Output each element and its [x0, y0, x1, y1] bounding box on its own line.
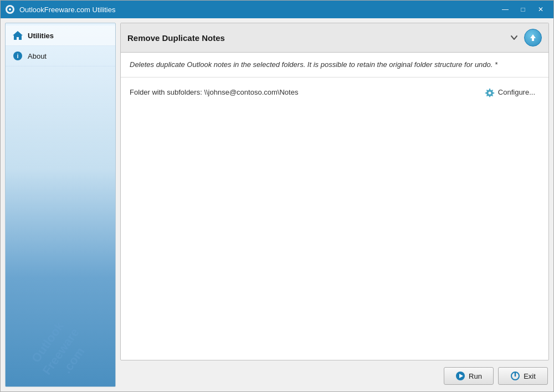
- dropdown-header: Remove Duplicate Notes: [121, 23, 548, 53]
- svg-point-8: [488, 91, 491, 94]
- configure-label: Configure...: [498, 88, 535, 96]
- svg-point-2: [9, 8, 11, 11]
- sidebar-item-utilities[interactable]: Utilities: [6, 25, 115, 46]
- main-area: Utilities i About OutlookFreeware.com: [1, 18, 553, 391]
- info-icon: i: [12, 50, 23, 61]
- main-window: OutlookFreeware.com Utilities — □ ✕ Util…: [0, 0, 554, 392]
- configure-icon: [485, 87, 495, 97]
- close-button[interactable]: ✕: [532, 3, 549, 16]
- run-label: Run: [469, 372, 482, 380]
- content-title: Remove Duplicate Notes: [127, 33, 507, 43]
- folder-section: Folder with subfolders: \\johnse@contoso…: [121, 78, 548, 107]
- right-panel: Remove Duplicate Notes Deletes dupli: [120, 23, 549, 387]
- window-controls: — □ ✕: [497, 3, 549, 16]
- titlebar: OutlookFreeware.com Utilities — □ ✕: [1, 1, 553, 18]
- maximize-button[interactable]: □: [515, 3, 531, 16]
- folder-path: Folder with subfolders: \\johnse@contoso…: [130, 88, 480, 96]
- sidebar-nav: Utilities i About: [6, 23, 115, 69]
- exit-label: Exit: [524, 372, 536, 380]
- watermark: OutlookFreeware.com: [7, 288, 115, 387]
- description-section: Deletes duplicate Outlook notes in the s…: [121, 53, 548, 78]
- svg-marker-6: [530, 34, 536, 41]
- home-icon: [12, 30, 23, 41]
- content-area: Remove Duplicate Notes Deletes dupli: [120, 23, 549, 360]
- upload-button[interactable]: [524, 29, 542, 47]
- chevron-down-icon[interactable]: [507, 31, 521, 44]
- exit-button[interactable]: Exit: [498, 367, 548, 385]
- app-icon: [5, 4, 15, 14]
- minimize-button[interactable]: —: [497, 3, 514, 16]
- bottom-toolbar: Run Exit: [120, 365, 549, 387]
- run-icon: [455, 371, 465, 381]
- description-text: Deletes duplicate Outlook notes in the s…: [130, 59, 540, 70]
- svg-marker-3: [13, 31, 23, 40]
- window-title: OutlookFreeware.com Utilities: [19, 6, 497, 14]
- sidebar: Utilities i About OutlookFreeware.com: [5, 23, 116, 387]
- sidebar-item-about[interactable]: i About: [6, 46, 115, 66]
- power-icon: [510, 371, 520, 381]
- run-button[interactable]: Run: [444, 367, 494, 385]
- svg-text:i: i: [17, 53, 18, 59]
- configure-button[interactable]: Configure...: [480, 85, 540, 100]
- utilities-label: Utilities: [28, 32, 54, 40]
- about-label: About: [28, 52, 47, 60]
